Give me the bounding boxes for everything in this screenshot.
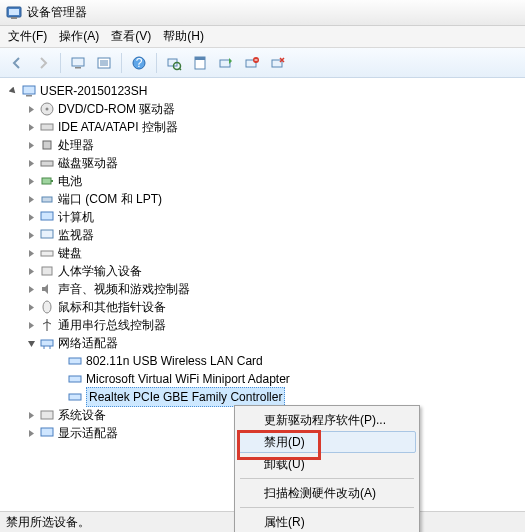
expander-closed-icon[interactable] xyxy=(26,248,37,259)
menu-separator xyxy=(240,507,414,508)
show-computer-button[interactable] xyxy=(67,52,89,74)
svg-rect-16 xyxy=(220,60,230,67)
tree-category[interactable]: 鼠标和其他指针设备 xyxy=(2,298,525,316)
svg-rect-27 xyxy=(41,161,53,166)
expander-closed-icon[interactable] xyxy=(26,212,37,223)
expander-closed-icon[interactable] xyxy=(26,302,37,313)
context-menu: 更新驱动程序软件(P)... 禁用(D) 卸载(U) 扫描检测硬件改动(A) 属… xyxy=(234,405,420,532)
svg-rect-30 xyxy=(42,197,52,202)
tree-label: 网络适配器 xyxy=(58,334,118,352)
tree-label: 声音、视频和游戏控制器 xyxy=(58,280,190,298)
tree-label: 系统设备 xyxy=(58,406,106,424)
expander-closed-icon[interactable] xyxy=(26,104,37,115)
tree-label: Microsoft Virtual WiFi Miniport Adapter xyxy=(86,370,290,388)
menu-file[interactable]: 文件(F) xyxy=(8,28,47,45)
svg-rect-15 xyxy=(195,57,205,60)
expander-closed-icon[interactable] xyxy=(26,176,37,187)
help-button[interactable]: ? xyxy=(128,52,150,74)
tree-category-network[interactable]: 网络适配器 xyxy=(2,334,525,352)
tree-label: 处理器 xyxy=(58,136,94,154)
network-adapter-icon xyxy=(67,371,83,387)
menu-bar: 文件(F) 操作(A) 查看(V) 帮助(H) xyxy=(0,26,525,48)
expander-open-icon[interactable] xyxy=(8,86,19,97)
menu-update-driver[interactable]: 更新驱动程序软件(P)... xyxy=(238,409,416,431)
svg-point-35 xyxy=(43,301,51,313)
svg-rect-22 xyxy=(26,95,32,97)
back-button[interactable] xyxy=(6,52,28,74)
tree-category[interactable]: 电池 xyxy=(2,172,525,190)
expander-closed-icon[interactable] xyxy=(26,428,37,439)
tree-category[interactable]: 端口 (COM 和 LPT) xyxy=(2,190,525,208)
tree-category[interactable]: IDE ATA/ATAPI 控制器 xyxy=(2,118,525,136)
forward-button[interactable] xyxy=(32,52,54,74)
toolbar-separator xyxy=(156,53,157,73)
tree-category[interactable]: 人体学输入设备 xyxy=(2,262,525,280)
svg-rect-39 xyxy=(69,358,81,364)
tree-category[interactable]: 键盘 xyxy=(2,244,525,262)
tree-label: 通用串行总线控制器 xyxy=(58,316,166,334)
tree-label: DVD/CD-ROM 驱动器 xyxy=(58,100,175,118)
tree-device-selected[interactable]: Realtek PCIe GBE Family Controller xyxy=(2,388,525,406)
expander-open-icon[interactable] xyxy=(26,338,37,349)
svg-rect-3 xyxy=(72,58,84,66)
mouse-icon xyxy=(39,299,55,315)
menu-separator xyxy=(240,478,414,479)
tree-category[interactable]: 计算机 xyxy=(2,208,525,226)
tree-category[interactable]: 处理器 xyxy=(2,136,525,154)
details-button[interactable] xyxy=(93,52,115,74)
title-bar: 设备管理器 xyxy=(0,0,525,26)
port-icon xyxy=(39,191,55,207)
svg-rect-28 xyxy=(42,178,51,184)
menu-scan-hardware[interactable]: 扫描检测硬件改动(A) xyxy=(238,482,416,504)
tree-label-selected: Realtek PCIe GBE Family Controller xyxy=(86,387,285,407)
expander-closed-icon[interactable] xyxy=(26,410,37,421)
tree-category[interactable]: 监视器 xyxy=(2,226,525,244)
system-icon xyxy=(39,407,55,423)
disable-device-button[interactable] xyxy=(241,52,263,74)
network-adapter-icon xyxy=(67,353,83,369)
tree-device[interactable]: 802.11n USB Wireless LAN Card xyxy=(2,352,525,370)
menu-properties[interactable]: 属性(R) xyxy=(238,511,416,532)
uninstall-device-button[interactable] xyxy=(267,52,289,74)
tree-category[interactable]: DVD/CD-ROM 驱动器 xyxy=(2,100,525,118)
expander-closed-icon[interactable] xyxy=(26,230,37,241)
expander-closed-icon[interactable] xyxy=(26,158,37,169)
svg-rect-31 xyxy=(41,212,53,220)
tree-category[interactable]: 通用串行总线控制器 xyxy=(2,316,525,334)
ide-icon xyxy=(39,119,55,135)
expander-closed-icon[interactable] xyxy=(26,266,37,277)
properties-button[interactable] xyxy=(189,52,211,74)
update-driver-button[interactable] xyxy=(215,52,237,74)
cpu-icon xyxy=(39,137,55,153)
svg-rect-33 xyxy=(41,251,53,256)
tree-label: 显示适配器 xyxy=(58,424,118,442)
tree-label: 人体学输入设备 xyxy=(58,262,142,280)
svg-rect-41 xyxy=(69,394,81,400)
svg-rect-2 xyxy=(11,17,17,19)
tree-label: 磁盘驱动器 xyxy=(58,154,118,172)
svg-text:?: ? xyxy=(136,56,143,70)
menu-action[interactable]: 操作(A) xyxy=(59,28,99,45)
svg-line-13 xyxy=(179,68,181,70)
svg-rect-34 xyxy=(42,267,52,275)
battery-icon xyxy=(39,173,55,189)
tree-category[interactable]: 声音、视频和游戏控制器 xyxy=(2,280,525,298)
menu-disable[interactable]: 禁用(D) xyxy=(238,431,416,453)
menu-view[interactable]: 查看(V) xyxy=(111,28,151,45)
scan-hardware-button[interactable] xyxy=(163,52,185,74)
menu-uninstall[interactable]: 卸载(U) xyxy=(238,453,416,475)
menu-help[interactable]: 帮助(H) xyxy=(163,28,204,45)
tree-category[interactable]: 磁盘驱动器 xyxy=(2,154,525,172)
tree-root[interactable]: USER-20150123SH xyxy=(2,82,525,100)
expander-closed-icon[interactable] xyxy=(26,122,37,133)
svg-rect-42 xyxy=(41,411,53,419)
expander-closed-icon[interactable] xyxy=(26,284,37,295)
expander-closed-icon[interactable] xyxy=(26,140,37,151)
expander-closed-icon[interactable] xyxy=(26,194,37,205)
svg-rect-32 xyxy=(41,230,53,238)
expander-closed-icon[interactable] xyxy=(26,320,37,331)
menu-item-label: 扫描检测硬件改动(A) xyxy=(264,485,376,502)
toolbar-separator xyxy=(60,53,61,73)
menu-item-label: 禁用(D) xyxy=(264,434,305,451)
tree-device[interactable]: Microsoft Virtual WiFi Miniport Adapter xyxy=(2,370,525,388)
